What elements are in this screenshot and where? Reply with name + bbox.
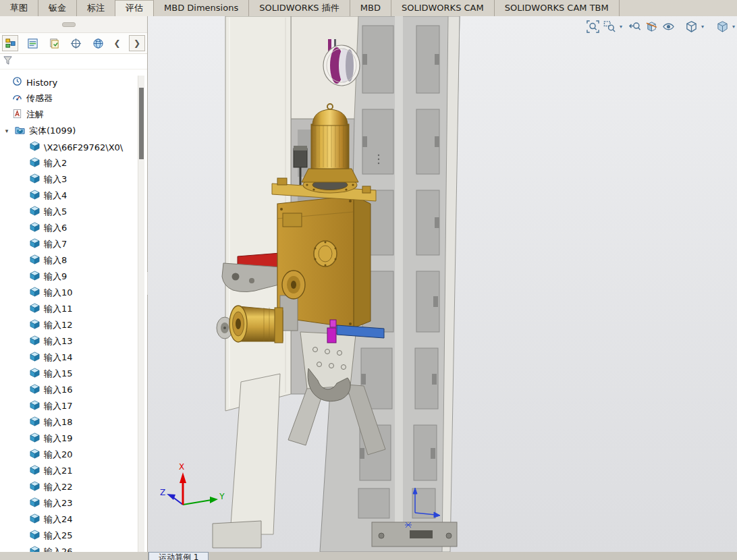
tree-item-body[interactable]: 输入13 <box>0 333 147 349</box>
tab-sketch[interactable]: 草图 <box>0 0 38 16</box>
tree-item-body[interactable]: 输入17 <box>0 398 147 414</box>
displaymanager-tab-icon[interactable] <box>90 36 105 51</box>
tree-item-label: 输入15 <box>44 368 73 380</box>
tree-item-body[interactable]: 输入5 <box>0 204 147 220</box>
tree-item-history[interactable]: History <box>0 74 147 90</box>
expand-right-icon[interactable]: ❯ <box>129 35 145 51</box>
solid-bodies-folder-icon <box>15 125 25 138</box>
tree-item-label: 输入6 <box>44 222 67 234</box>
tab-evaluate[interactable]: 评估 <box>115 0 154 17</box>
tab-mbd-dimensions[interactable]: MBD Dimensions <box>154 0 249 16</box>
display-style-icon[interactable] <box>715 20 730 34</box>
tree-item-body[interactable]: 输入7 <box>0 236 147 252</box>
collapse-left-icon[interactable]: ❮ <box>113 38 122 48</box>
featuremanager-panel: ❮ ❯ History 传感器 注解 ▾ 实体( <box>0 16 148 552</box>
model-assembly[interactable] <box>213 16 460 552</box>
tree-item-solid-bodies[interactable]: ▾ 实体(1099) <box>0 123 147 139</box>
tree-item-annotations[interactable]: 注解 <box>0 107 147 123</box>
tree-item-label: 输入4 <box>44 190 67 202</box>
tree-item-body[interactable]: 输入26 <box>0 544 147 552</box>
tree-item-label: 输入3 <box>44 173 67 186</box>
chevron-expanded-icon[interactable]: ▾ <box>3 128 11 134</box>
tree-item-label: 注解 <box>26 109 44 121</box>
section-view-icon[interactable] <box>645 20 659 34</box>
motion-study-tab[interactable]: 运动算例 1 <box>148 552 209 560</box>
solid-body-cube-icon <box>30 335 40 348</box>
tree-item-body[interactable]: 输入25 <box>0 528 147 544</box>
configurationmanager-tab-icon[interactable] <box>47 36 62 51</box>
tree-item-body[interactable]: 输入21 <box>0 463 147 479</box>
view-orientation-caret-icon[interactable]: ▾ <box>701 24 707 30</box>
solid-body-cube-icon <box>30 206 40 219</box>
featuremanager-tab-icon[interactable] <box>2 35 18 51</box>
tree-item-body[interactable]: 输入23 <box>0 495 147 511</box>
zoom-to-area-icon[interactable] <box>603 20 617 34</box>
heads-up-toolbar: ▾ ▾ ▾ ▾ <box>586 20 737 34</box>
tree-item-body[interactable]: \X2\66F29762\X0\ <box>0 139 147 155</box>
solid-body-cube-icon <box>30 222 40 235</box>
tree-item-body[interactable]: 输入8 <box>0 252 147 269</box>
column-top-face <box>291 16 360 119</box>
triad-z-label: Z <box>160 488 165 497</box>
tree-item-body[interactable]: 输入24 <box>0 511 147 528</box>
tree-item-body[interactable]: 输入14 <box>0 349 147 366</box>
tree-item-label: 输入25 <box>44 530 73 542</box>
tree-item-body[interactable]: 输入10 <box>0 285 147 301</box>
solid-body-cube-icon <box>30 368 40 381</box>
previous-view-icon[interactable] <box>628 20 642 34</box>
tree-scrollbar-thumb[interactable] <box>139 88 144 159</box>
panel-drag-handle[interactable] <box>62 22 76 27</box>
solid-body-cube-icon <box>30 530 40 542</box>
tree-item-label: 输入21 <box>44 465 73 477</box>
tree-item-body[interactable]: 输入11 <box>0 301 147 317</box>
display-style-caret-icon[interactable]: ▾ <box>732 24 737 30</box>
tab-mbd[interactable]: MBD <box>350 0 391 16</box>
solid-body-cube-icon <box>30 287 40 300</box>
zoom-to-fit-icon[interactable] <box>586 20 600 34</box>
viewport-canvas[interactable]: X Y Z <box>148 16 737 552</box>
zoom-to-area-caret-icon[interactable]: ▾ <box>620 24 625 30</box>
magenta-block <box>327 328 336 343</box>
solid-body-cube-icon <box>30 352 40 364</box>
tree-item-label: 输入8 <box>44 254 67 267</box>
tree-item-sensors[interactable]: 传感器 <box>0 90 147 107</box>
tab-solidworks-addins[interactable]: SOLIDWORKS 插件 <box>249 0 350 16</box>
history-icon <box>12 76 22 89</box>
solid-body-cube-icon <box>30 384 40 397</box>
tree-item-body[interactable]: 输入19 <box>0 430 147 447</box>
filter-funnel-icon[interactable] <box>3 55 13 68</box>
sensors-icon <box>12 92 22 105</box>
view-orientation-icon[interactable] <box>684 20 699 34</box>
propertymanager-tab-icon[interactable] <box>25 36 40 51</box>
tree-item-body[interactable]: 输入15 <box>0 366 147 382</box>
tab-solidworks-cam[interactable]: SOLIDWORKS CAM <box>391 0 495 16</box>
tree-item-label: 输入7 <box>44 238 67 250</box>
tree-item-body[interactable]: 输入12 <box>0 317 147 333</box>
solid-body-cube-icon <box>30 190 40 202</box>
annotation-view-icon[interactable] <box>661 20 676 34</box>
dimxpertmanager-tab-icon[interactable] <box>69 36 84 51</box>
tree-item-body[interactable]: 输入4 <box>0 188 147 204</box>
tree-item-body[interactable]: 输入3 <box>0 171 147 188</box>
tree-item-body[interactable]: 输入16 <box>0 382 147 398</box>
bottom-tab-bar: 运动算例 1 <box>0 552 737 560</box>
tree-item-body[interactable]: 输入18 <box>0 414 147 430</box>
tab-solidworks-cam-tbm[interactable]: SOLIDWORKS CAM TBM <box>495 0 620 16</box>
model-scene: X Y Z <box>148 16 737 552</box>
tree-item-body[interactable]: 输入22 <box>0 479 147 495</box>
tree-item-body[interactable]: 输入20 <box>0 447 147 463</box>
tab-markup[interactable]: 标注 <box>77 0 115 16</box>
tree-scrollbar[interactable] <box>138 76 144 552</box>
tree-item-label: 输入22 <box>44 481 73 493</box>
tree-item-label: 输入11 <box>44 303 73 315</box>
solid-body-cube-icon <box>30 449 40 461</box>
tree-item-body[interactable]: 输入2 <box>0 155 147 171</box>
tree-item-label: 输入20 <box>44 449 73 461</box>
tree-item-label: 输入5 <box>44 206 67 218</box>
tree-item-body[interactable]: 输入6 <box>0 220 147 236</box>
tree-item-body[interactable]: 输入9 <box>0 269 147 285</box>
solid-body-cube-icon <box>30 416 40 429</box>
tab-sheet-metal[interactable]: 钣金 <box>38 0 77 16</box>
ribbon-tab-bar: 草图 钣金 标注 评估 MBD Dimensions SOLIDWORKS 插件… <box>0 0 737 17</box>
solid-body-cube-icon <box>30 319 40 332</box>
